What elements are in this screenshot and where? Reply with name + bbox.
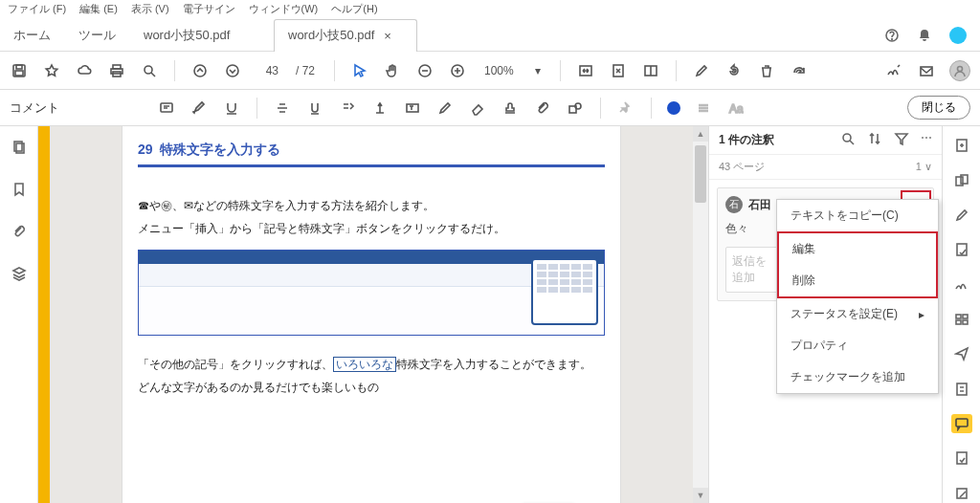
share-mail-icon[interactable] (917, 61, 936, 80)
highlighted-text[interactable]: いろいろな (333, 357, 396, 372)
font-icon[interactable]: Aa (726, 98, 746, 118)
print-icon[interactable] (107, 61, 126, 80)
zoom-dropdown-icon[interactable]: ▾ (531, 64, 545, 77)
account-icon[interactable] (949, 60, 970, 81)
insert-text-icon[interactable] (370, 98, 390, 118)
export-icon[interactable] (951, 240, 972, 259)
layers-icon[interactable] (10, 264, 29, 283)
fill-sign-icon[interactable] (951, 448, 972, 468)
sort-icon[interactable] (867, 131, 882, 149)
symbol-popup (531, 258, 598, 325)
textbox-icon[interactable] (403, 98, 422, 118)
svg-rect-33 (963, 320, 968, 324)
replace-text-icon[interactable] (338, 98, 357, 118)
vertical-scrollbar[interactable]: ▲ ▼ (693, 126, 708, 503)
eraser-icon[interactable] (468, 98, 487, 118)
send-icon[interactable] (951, 344, 972, 363)
ctx-edit[interactable]: 編集 (779, 233, 936, 265)
ctx-properties[interactable]: プロパティ (777, 330, 938, 361)
main-toolbar: / 72 100%▾ (0, 52, 980, 90)
fit-page-icon[interactable] (609, 61, 628, 80)
page-total: / 72 (292, 64, 319, 77)
menu-file[interactable]: ファイル (F) (8, 2, 66, 16)
sign-icon[interactable] (884, 61, 903, 80)
pencil-icon[interactable] (435, 98, 455, 118)
save-icon[interactable] (10, 61, 29, 80)
menu-window[interactable]: ウィンドウ(W) (249, 2, 319, 16)
page-down-icon[interactable] (223, 61, 242, 80)
edit-pdf-icon[interactable] (692, 61, 711, 80)
close-comments-button[interactable]: 閉じる (907, 96, 970, 120)
bookmark-icon[interactable] (10, 180, 29, 199)
menu-sign[interactable]: 電子サイン (183, 2, 235, 16)
left-gutter (38, 126, 50, 503)
color-picker[interactable] (667, 101, 680, 115)
more-icon[interactable]: ⋯ (921, 131, 932, 149)
underline-text-icon[interactable] (222, 98, 241, 118)
star-icon[interactable] (42, 61, 61, 80)
search-icon[interactable] (140, 61, 159, 80)
highlight-icon[interactable] (189, 98, 209, 118)
tab-doc-1[interactable]: word小技50.pdf (130, 19, 274, 52)
shapes-icon[interactable] (566, 98, 585, 118)
cloud-icon[interactable] (75, 61, 94, 80)
bell-icon[interactable] (917, 28, 932, 43)
reply-input[interactable]: 返信を追加 (725, 247, 783, 293)
tab-tools[interactable]: ツール (65, 19, 130, 52)
note-icon[interactable] (157, 98, 176, 118)
delete-page-icon[interactable] (757, 61, 776, 80)
page-area[interactable]: 29 特殊文字を入力する ☎や㊙、✉などの特殊文字を入力する方法を紹介します。 … (50, 126, 693, 503)
menu-edit[interactable]: 編集 (E) (79, 2, 118, 16)
line-weight-icon[interactable] (694, 98, 713, 118)
comment-tool-active-icon[interactable] (951, 414, 972, 433)
tab-home[interactable]: ホーム (0, 19, 65, 52)
hand-tool-icon[interactable] (383, 61, 402, 80)
strikethrough-icon[interactable] (273, 98, 292, 118)
attachment-icon[interactable] (10, 222, 29, 241)
zoom-in-icon[interactable] (448, 61, 467, 80)
pin-icon[interactable] (616, 98, 635, 118)
create-pdf-icon[interactable] (951, 136, 972, 155)
tab-doc-2-active[interactable]: word小技50.pdf× (274, 19, 417, 52)
rotate-icon[interactable] (724, 61, 744, 80)
ctx-add-checkmark[interactable]: チェックマークを追加 (777, 361, 938, 393)
page-number-input[interactable] (256, 64, 278, 77)
comment-toolbar: コメント Aa 閉じる (0, 90, 980, 126)
submenu-arrow-icon: ▸ (919, 308, 924, 321)
more-tools-icon[interactable] (951, 484, 972, 503)
menu-view[interactable]: 表示 (V) (131, 2, 169, 16)
close-tab-icon[interactable]: × (384, 29, 391, 43)
ctx-copy-text[interactable]: テキストをコピー(C) (777, 200, 938, 231)
user-avatar[interactable] (949, 27, 967, 44)
svg-rect-30 (956, 315, 961, 318)
organize-icon[interactable] (951, 310, 972, 329)
select-tool-icon[interactable] (350, 61, 369, 80)
thumbnails-icon[interactable] (10, 138, 29, 157)
fit-width-icon[interactable] (576, 61, 595, 80)
scroll-thumb[interactable] (695, 145, 706, 203)
read-mode-icon[interactable] (641, 61, 660, 80)
scroll-down-icon[interactable]: ▼ (693, 488, 708, 503)
sign-tool-icon[interactable] (951, 274, 972, 294)
zoom-out-icon[interactable] (415, 61, 434, 80)
svg-point-10 (227, 65, 238, 77)
page-filter-count[interactable]: 1 ∨ (916, 161, 932, 173)
edit-icon[interactable] (951, 206, 972, 225)
filter-icon[interactable] (894, 131, 909, 149)
menu-help[interactable]: ヘルプ(H) (331, 2, 377, 16)
ctx-delete[interactable]: 削除 (779, 265, 936, 296)
combine-icon[interactable] (951, 170, 972, 189)
zoom-level[interactable]: 100% (480, 64, 518, 77)
svg-rect-32 (956, 320, 961, 324)
stamp-icon[interactable] (501, 98, 520, 118)
help-icon[interactable] (884, 28, 900, 43)
redo-icon[interactable] (790, 61, 809, 80)
scroll-up-icon[interactable]: ▲ (693, 126, 708, 142)
search-comments-icon[interactable] (840, 131, 856, 149)
underline-icon[interactable] (305, 98, 324, 118)
attach-icon[interactable] (533, 98, 552, 118)
compress-icon[interactable] (951, 380, 972, 399)
ctx-set-status[interactable]: ステータスを設定(E)▸ (777, 298, 938, 330)
comments-panel: 1 件の注釈 ⋯ 43 ページ 1 ∨ 石 石田 15:39 ⋯ (708, 126, 942, 503)
page-up-icon[interactable] (190, 61, 210, 80)
